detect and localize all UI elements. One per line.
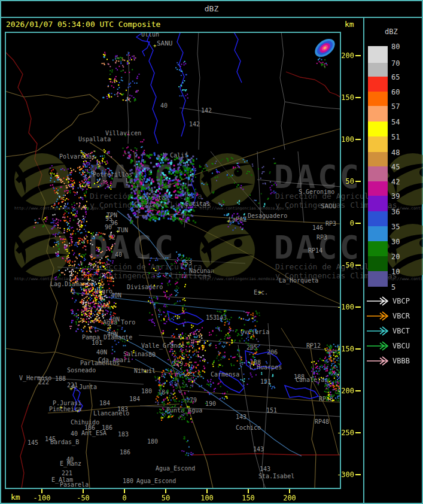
site-arrow-label: VBCU — [392, 342, 410, 350]
y-axis-tick — [355, 474, 361, 475]
colorbar-band — [368, 241, 388, 256]
colorbar-label: 60 — [391, 88, 409, 96]
colorbar-label: 57 — [391, 102, 409, 111]
colorbar-band — [368, 256, 388, 271]
colorbar-label: 70 — [391, 59, 409, 68]
site-arrow-label: VBBB — [392, 357, 410, 365]
site-arrow-label: VBCT — [392, 327, 410, 335]
colorbar-label: 39 — [391, 192, 409, 201]
timestamp-label: 2026/01/07 05:34:00 UTC Composite — [6, 20, 160, 29]
y-axis-tick-label: 100 — [334, 135, 354, 144]
colorbar-label: 65 — [391, 73, 409, 81]
y-axis-tick — [355, 55, 361, 56]
y-axis-tick — [355, 390, 361, 391]
y-axis-tick — [355, 348, 361, 350]
colorbar-band — [368, 271, 388, 287]
y-axis-tick-label: 50 — [334, 177, 354, 186]
colorbar-band — [368, 63, 388, 77]
x-axis-tick-label: 0 — [109, 494, 139, 502]
y-axis-tick-label: 150 — [334, 93, 354, 102]
colorbar-band — [368, 106, 388, 122]
colorbar-band — [368, 166, 388, 181]
y-axis-tick-label: -300 — [334, 470, 354, 479]
y-axis-tick-label: 200 — [334, 51, 354, 60]
x-axis-tick-label: -50 — [68, 494, 98, 502]
colorbar-label: 80 — [391, 42, 409, 51]
site-arrow-label: VBCR — [392, 312, 410, 320]
colorbar-label: 42 — [391, 178, 409, 186]
colorbar-label: 36 — [391, 208, 409, 216]
colorbar-band — [368, 226, 388, 241]
colorbar-label: 20 — [391, 253, 409, 261]
y-axis-tick — [355, 306, 361, 308]
x-axis-tick-label: 100 — [192, 494, 222, 502]
colorbar-band — [368, 46, 388, 63]
x-axis-tick-label: 150 — [233, 494, 263, 502]
x-axis-tick-label: 200 — [275, 494, 305, 502]
x-axis-tick — [206, 489, 208, 493]
x-axis-tick-label: -100 — [27, 494, 57, 502]
colorbar-band — [368, 77, 388, 92]
y-axis-tick — [355, 432, 361, 433]
page-title: dBZ — [0, 4, 423, 13]
y-axis-tick-label: -150 — [334, 345, 354, 353]
y-axis-tick-label: -200 — [334, 387, 354, 395]
y-axis-tick — [355, 139, 361, 140]
x-axis-unit-label: km — [11, 493, 20, 502]
colorbar-label: 45 — [391, 163, 409, 171]
radar-app-window: dBZ 2026/01/07 05:34:00 UTC Composite km… — [0, 0, 423, 504]
y-axis-tick — [355, 223, 361, 224]
y-axis-tick — [355, 265, 361, 266]
colorbar-band — [368, 196, 388, 211]
colorbar-band — [368, 152, 388, 166]
y-axis-tick-label: -250 — [334, 429, 354, 437]
x-axis-tick — [248, 489, 249, 493]
x-axis-tick — [83, 489, 84, 493]
y-axis-tick — [355, 97, 361, 98]
y-axis-tick — [355, 181, 361, 182]
colorbar-label: 5 — [391, 283, 409, 292]
colorbar-label: 54 — [391, 118, 409, 126]
colorbar-band — [368, 92, 388, 106]
colorbar-band — [368, 211, 388, 226]
y-axis-tick-label: 0 — [334, 219, 354, 227]
colorbar-label: 10 — [391, 268, 409, 276]
x-axis-tick — [124, 489, 125, 493]
x-axis-tick — [165, 489, 166, 493]
colorbar-label: 30 — [391, 238, 409, 246]
colorbar-label: 35 — [391, 223, 409, 231]
y-axis-tick-label: -50 — [334, 261, 354, 269]
radar-echoes-canvas — [5, 32, 340, 488]
colorbar-label: 51 — [391, 133, 409, 141]
legend-title: dBZ — [385, 28, 398, 36]
colorbar-label: 48 — [391, 148, 409, 157]
x-axis-tick-label: 50 — [151, 494, 181, 502]
x-axis-tick — [289, 489, 290, 493]
y-axis-unit-label: km — [345, 20, 354, 29]
y-axis-tick-label: -100 — [334, 303, 354, 311]
colorbar-band — [368, 136, 388, 152]
x-axis-tick — [41, 489, 42, 493]
colorbar-band — [368, 122, 388, 136]
site-arrow-label: VBCP — [392, 297, 410, 305]
colorbar-band — [368, 181, 388, 196]
